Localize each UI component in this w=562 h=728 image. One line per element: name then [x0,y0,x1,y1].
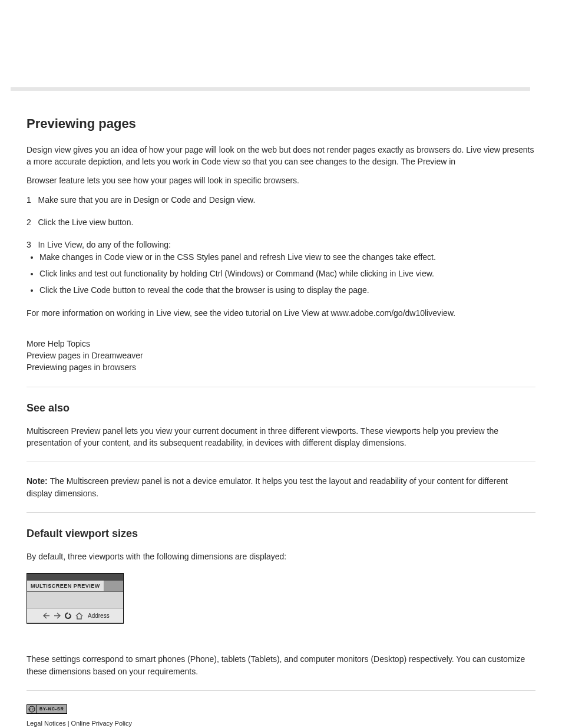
step-3: 3 In Live View, do any of the following:… [27,239,535,318]
cc-badge: cc BY-NC-SR [27,704,67,714]
help-link[interactable]: Preview pages in Dreamweaver [27,350,535,361]
step-3-list: Make changes in Code view or in the CSS … [27,251,535,297]
footer-links[interactable]: Legal Notices | Online Privacy Policy [27,719,535,728]
section-rule [27,690,535,691]
section-rule [27,387,535,387]
forward-icon[interactable] [54,612,61,619]
back-icon[interactable] [43,612,50,619]
multiscreen-preview-panel: MULTISCREEN PREVIEW Address [27,573,124,624]
step-3-num: 3 [27,240,31,249]
top-rule [11,87,530,91]
refresh-icon[interactable] [64,612,72,620]
step-1-text: Make sure that you are in Design or Code… [38,195,255,205]
viewport-title: Default viewport sizes [27,526,535,541]
section-rule [27,462,535,462]
help-links-label: More Help Topics [27,338,535,350]
tab-multiscreen-preview[interactable]: MULTISCREEN PREVIEW [27,581,104,591]
page: Previewing pages Design view gives you a… [0,87,562,728]
see-also-text: Multiscreen Preview panel lets you view … [27,425,535,449]
note-text: The Multiscreen preview panel is not a d… [27,476,508,498]
viewport-p1: By default, three viewports with the fol… [27,551,535,562]
list-item: Click the Live Code button to reveal the… [39,284,535,296]
panel-toolbar: Address [27,608,123,623]
step-2-text: Click the Live view button. [38,218,133,227]
step-2: 2 Click the Live view button. [27,216,535,228]
panel-titlebar [27,574,123,581]
cc-label: BY-NC-SR [37,705,67,713]
note-paragraph: Note: The Multiscreen preview panel is n… [27,475,535,499]
cc-icon: cc [27,705,37,713]
step-2-num: 2 [27,218,31,227]
help-links-block: More Help Topics Preview pages in Dreamw… [27,338,535,374]
home-icon[interactable] [75,612,83,620]
panel-tab-rest [104,581,123,591]
list-item: Make changes in Code view or in the CSS … [39,251,535,263]
list-item: Click links and test out functionality b… [39,268,535,279]
step-1-num: 1 [27,195,31,205]
intro-paragraph-1: Design view gives you an idea of how you… [27,144,535,168]
address-label: Address [88,612,110,621]
section-rule [27,512,535,513]
see-also-title: See also [27,400,535,416]
intro-paragraph-2: Browser feature lets you see how your pa… [27,174,535,186]
viewport-p2: These settings correspond to smart phone… [27,653,535,677]
step-3-lead: In Live View, do any of the following: [38,240,170,249]
help-link[interactable]: Previewing pages in browsers [27,361,535,373]
step-3-followup: For more information on working in Live … [27,307,535,319]
note-label: Note: [27,476,50,486]
panel-body [27,592,123,608]
panel-tab-row: MULTISCREEN PREVIEW [27,581,123,592]
svg-text:cc: cc [29,707,34,711]
article-title: Previewing pages [27,114,535,133]
step-1: 1 Make sure that you are in Design or Co… [27,194,535,206]
